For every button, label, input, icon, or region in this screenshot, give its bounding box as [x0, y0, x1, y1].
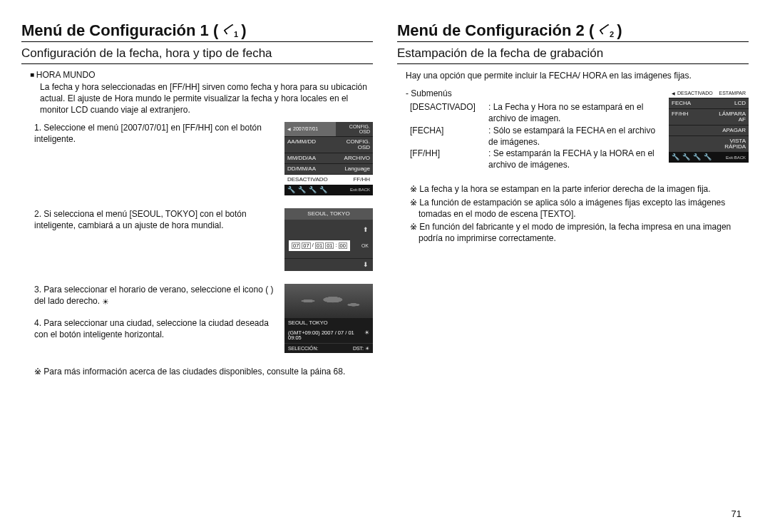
left-title: Menú de Configuración 1 ( 1 ) — [21, 21, 373, 42]
submenu-off: [DESACTIVADO] : La Fecha y Hora no se es… — [410, 101, 656, 124]
left-intro: La fecha y hora seleccionadas en [FF/HH]… — [40, 81, 373, 116]
step-3: 3. Para seleccionar el horario de verano… — [34, 284, 373, 353]
step-1: 1. Seleccione el menú [2007/07/01] en [F… — [34, 122, 373, 195]
lcd-menu-screenshot: 2007/07/01CONFIG. OSD AA/MM/DDCONFIG. OS… — [284, 122, 373, 195]
note-2: La función de estampación se aplica sólo… — [410, 197, 749, 220]
page-number: 71 — [732, 508, 741, 519]
wrench-tabs-icon: 🔧🔧🔧🔧 — [287, 187, 330, 193]
step-1-text: 1. Seleccione el menú [2007/07/01] en [F… — [34, 122, 277, 145]
section-label: HORA MUNDO — [30, 70, 373, 80]
step-3-text: 3. Para seleccionar el horario de verano… — [34, 284, 277, 307]
submenu-datetime: [FF/HH] : Se estamparán la FECHA y la HO… — [410, 148, 656, 170]
down-arrow-icon: ⬇ — [363, 262, 369, 268]
left-column: Menú de Configuración 1 ( 1 ) Configurac… — [21, 21, 373, 525]
right-subtitle: Estampación de la fecha de grabación — [397, 46, 749, 64]
step-4-text: 4. Para seleccionar una ciudad, seleccio… — [34, 317, 277, 340]
submenus-label: - Submenús — [406, 88, 656, 98]
up-arrow-icon: ⬆ — [363, 227, 369, 233]
right-column: Menú de Configuración 2 ( 2 ) Estampació… — [397, 21, 749, 525]
submenu-date: [FECHA] : Sólo se estampará la FECHA en … — [410, 125, 656, 148]
note-1: La fecha y la hora se estampan en la par… — [410, 183, 749, 195]
step-2: 2. Si selecciona el menú [SEOUL, TOKYO] … — [34, 208, 373, 272]
right-title-prefix: Menú de Configuración 2 ( — [397, 21, 594, 40]
steps: 1. Seleccione el menú [2007/07/01] en [F… — [34, 122, 373, 353]
world-map-icon — [284, 284, 373, 318]
sun-icon — [102, 296, 109, 306]
left-title-prefix: Menú de Configuración 1 ( — [21, 21, 218, 40]
wrench-tabs-icon: 🔧🔧🔧🔧 — [672, 154, 714, 160]
left-footnote: Para más información acerca de las ciuda… — [34, 366, 373, 377]
right-lead: Hay una opción que permite incluir la FE… — [406, 70, 749, 81]
lcd-worldtime-screenshot: SEOUL, TOKYO ⬆ 0707/0101:00 OK ⬇ — [284, 208, 373, 272]
left-title-suffix: ) — [241, 21, 246, 40]
lcd-imprint-screenshot: DESACTIVADOESTAMPAR FECHALCD FF/HHLÁMPAR… — [669, 88, 749, 163]
right-notes: La fecha y la hora se estampan en la par… — [410, 183, 749, 244]
step-2-text: 2. Si selecciona el menú [SEOUL, TOKYO] … — [34, 208, 277, 231]
wrench-1-icon: 1 — [222, 25, 237, 36]
lcd-map-screenshot: SEOUL, TOKYO (GMT+09:00) 2007 / 07 / 01 … — [284, 284, 373, 353]
right-title: Menú de Configuración 2 ( 2 ) — [397, 21, 749, 42]
right-title-suffix: ) — [617, 21, 622, 40]
lcd2-date: 0707/0101:00 — [289, 240, 350, 252]
page: Menú de Configuración 1 ( 1 ) Configurac… — [0, 0, 770, 532]
note-3: En función del fabricante y el modo de i… — [410, 221, 749, 244]
left-subtitle: Configuración de la fecha, hora y tipo d… — [21, 46, 373, 64]
sun-icon: ☀ — [364, 330, 369, 341]
wrench-2-icon: 2 — [598, 25, 612, 36]
